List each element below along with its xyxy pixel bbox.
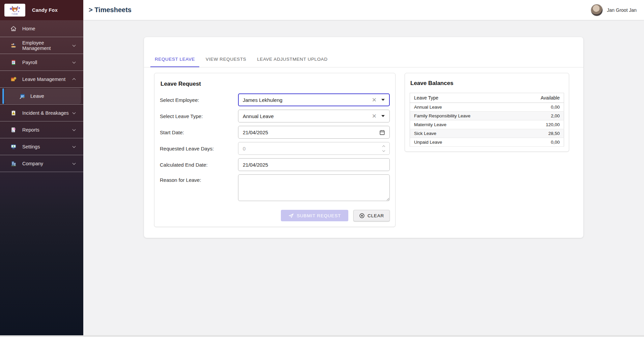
employee-clear-icon[interactable]: ✕ [369, 97, 379, 103]
balance-leave-type: Maternity Leave [410, 120, 518, 129]
top-header: > Timesheets Jan Groot Jan [83, 0, 644, 20]
sidebar-item-employee-management[interactable]: Employee Management [0, 37, 83, 54]
sidebar-item-label: Leave Management [22, 77, 73, 82]
sidebar-item-home[interactable]: Home [0, 20, 83, 37]
main-area: > Timesheets Jan Groot Jan REQUEST LEAVE… [83, 0, 644, 337]
sidebar-item-incident-breakages[interactable]: Incident & Breakages [0, 105, 83, 121]
leave-balances-title: Leave Balances [410, 80, 564, 87]
balance-leave-type: Unpaid Leave [410, 138, 518, 147]
company-icon [10, 160, 17, 167]
employee-value: James Lekhuleng [243, 97, 369, 103]
stepper-down-icon [382, 149, 385, 151]
form-actions: SUBMIT REQUEST CLEAR [160, 210, 390, 221]
leave-request-title: Leave Request [160, 81, 390, 87]
avatar[interactable] [591, 4, 603, 16]
leave-type-dropdown-caret-icon[interactable] [381, 115, 385, 117]
end-date-value: 21/04/2025 [243, 162, 386, 168]
end-date-row: Calculated End Date: 21/04/2025 [160, 158, 390, 171]
reports-icon [10, 127, 17, 133]
stepper-up-icon [382, 145, 385, 148]
start-date-input[interactable]: 21/04/2025 [238, 126, 390, 139]
requested-days-row: Requested Leave Days: 0 [160, 142, 390, 155]
sidebar-item-leave-management[interactable]: Leave Management [0, 71, 83, 88]
chevron-down-icon [72, 161, 76, 165]
sidebar-item-label: Incident & Breakages [22, 110, 73, 116]
active-indicator [2, 88, 4, 104]
col-leave-type: Leave Type [410, 93, 518, 103]
leave-type-clear-icon[interactable]: ✕ [369, 113, 379, 119]
tab-leave-adjustment-upload[interactable]: LEAVE ADJUSTMENT UPLOAD [253, 52, 332, 67]
balance-available: 0,00 [518, 138, 564, 147]
svg-text:Candy: Candy [12, 12, 18, 15]
table-header-row: Leave Type Available [410, 93, 564, 103]
end-date-label: Calculated End Date: [160, 158, 238, 171]
balance-row: Family Responsibility Leave2,00 [410, 112, 564, 120]
balance-available: 0,00 [518, 103, 564, 112]
balance-available: 2,00 [518, 112, 564, 120]
leave-card: REQUEST LEAVEVIEW REQUESTSLEAVE ADJUSTME… [144, 37, 583, 238]
sidebar-filler [0, 172, 83, 337]
balance-row: Sick Leave28,50 [410, 129, 564, 138]
clear-button[interactable]: CLEAR [353, 210, 390, 221]
balance-row: Maternity Leave120,00 [410, 120, 564, 129]
chevron-down-icon [72, 60, 76, 63]
employee-select[interactable]: James Lekhuleng ✕ [238, 93, 390, 106]
sidebar-item-label: Payroll [22, 60, 73, 65]
tab-bar: REQUEST LEAVEVIEW REQUESTSLEAVE ADJUSTME… [144, 37, 583, 67]
sidebar-item-label: Company [22, 161, 73, 166]
clear-circle-x-icon [359, 213, 365, 219]
sidebar-item-label: Leave [30, 93, 81, 99]
tab-view-requests[interactable]: VIEW REQUESTS [201, 52, 251, 67]
breadcrumb: > Timesheets [89, 6, 131, 14]
start-date-label: Start Date: [160, 126, 238, 139]
balance-available: 120,00 [518, 120, 564, 129]
balance-row: Annual Leave0,00 [410, 103, 564, 112]
sidebar-item-label: Employee Management [22, 40, 73, 51]
app-window: Candy Candy Fox HomeEmployee ManagementP… [0, 0, 644, 337]
sidebar: Candy Candy Fox HomeEmployee ManagementP… [0, 0, 83, 337]
start-date-row: Start Date: 21/04/2025 [160, 126, 390, 139]
requested-days-input[interactable]: 0 [238, 142, 390, 155]
sidebar-subitem-leave[interactable]: Leave [0, 88, 83, 105]
app-title: Candy Fox [32, 7, 58, 13]
chevron-down-icon [72, 128, 76, 131]
chevron-down-icon [72, 111, 76, 114]
reason-textarea[interactable] [238, 174, 390, 201]
sidebar-item-company[interactable]: Company [0, 155, 83, 172]
user-menu[interactable]: Jan Groot Jan [591, 4, 637, 16]
sidebar-item-reports[interactable]: Reports [0, 121, 83, 138]
incident-icon [10, 110, 17, 116]
candy-fox-logo: Candy [4, 4, 25, 17]
sidebar-item-label: Settings [22, 144, 73, 149]
submit-label: SUBMIT REQUEST [297, 213, 341, 218]
payroll-icon [10, 59, 17, 66]
leave-management-icon [10, 76, 17, 83]
page-content: REQUEST LEAVEVIEW REQUESTSLEAVE ADJUSTME… [83, 20, 644, 337]
requested-days-label: Requested Leave Days: [160, 142, 238, 155]
balance-leave-type: Family Responsibility Leave [410, 112, 518, 120]
start-date-value: 21/04/2025 [243, 130, 378, 135]
send-icon [288, 213, 294, 219]
employees-icon [10, 42, 17, 49]
leave-icon [19, 93, 26, 100]
leave-balances-panel: Leave Balances Leave Type Available Annu… [405, 73, 569, 152]
reason-label: Reason for Leave: [160, 174, 238, 201]
leave-type-select[interactable]: Annual Leave ✕ [238, 110, 390, 122]
tab-request-leave[interactable]: REQUEST LEAVE [150, 52, 199, 67]
settings-icon [10, 143, 17, 150]
leave-type-label: Select Leave Type: [160, 110, 238, 122]
sidebar-item-label: Reports [22, 127, 73, 133]
calendar-icon[interactable] [378, 129, 386, 136]
end-date-input[interactable]: 21/04/2025 [238, 158, 390, 171]
home-icon [10, 25, 17, 32]
sidebar-item-settings[interactable]: Settings [0, 138, 83, 155]
sidebar-item-payroll[interactable]: Payroll [0, 54, 83, 71]
employee-row: Select Employee: James Lekhuleng ✕ [160, 93, 390, 106]
horizontal-scrollbar[interactable] [0, 335, 644, 337]
chevron-down-icon [72, 144, 76, 148]
submit-request-button[interactable]: SUBMIT REQUEST [281, 210, 348, 221]
employee-dropdown-caret-icon[interactable] [381, 99, 385, 101]
number-stepper[interactable] [381, 146, 386, 151]
balance-available: 28,50 [518, 129, 564, 138]
leave-request-panel: Leave Request Select Employee: James Lek… [154, 73, 396, 227]
